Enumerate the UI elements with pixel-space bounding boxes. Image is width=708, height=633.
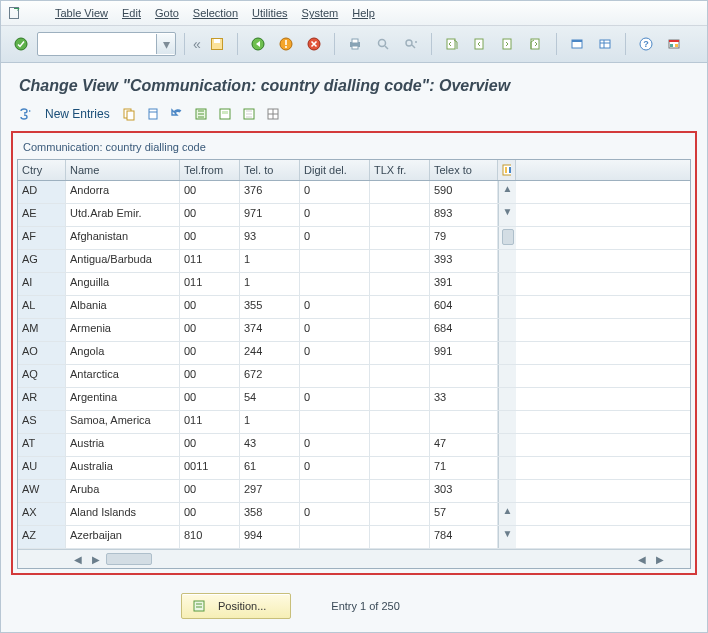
cell-digit-del[interactable]: 0 — [300, 204, 370, 226]
table-row[interactable]: AXAland Islands00358057▲ — [18, 503, 690, 526]
table-row[interactable]: AQAntarctica00672 — [18, 365, 690, 388]
cell-tlx-fr[interactable] — [370, 411, 430, 433]
cell-ctry[interactable]: AD — [18, 181, 66, 203]
position-button[interactable]: Position... — [181, 593, 291, 619]
vscroll-up-icon[interactable]: ▲ — [503, 181, 513, 196]
hscroll-left2-icon[interactable]: ◀ — [634, 554, 650, 565]
cell-telex-to[interactable]: 893 — [430, 204, 498, 226]
cell-ctry[interactable]: AM — [18, 319, 66, 341]
cell-name[interactable]: Azerbaijan — [66, 526, 180, 548]
cell-digit-del[interactable]: 0 — [300, 457, 370, 479]
menu-help[interactable]: Help — [352, 7, 375, 19]
cell-tlx-fr[interactable] — [370, 296, 430, 318]
col-tel-from[interactable]: Tel.from — [180, 160, 240, 180]
table-settings-icon[interactable] — [264, 105, 282, 123]
cell-name[interactable]: Argentina — [66, 388, 180, 410]
find-next-icon[interactable] — [399, 32, 423, 56]
cell-digit-del[interactable] — [300, 250, 370, 272]
cell-tel-from[interactable]: 00 — [180, 204, 240, 226]
cell-telex-to[interactable]: 57 — [430, 503, 498, 525]
table-row[interactable]: ARArgentina0054033 — [18, 388, 690, 411]
cell-tlx-fr[interactable] — [370, 480, 430, 502]
cell-tlx-fr[interactable] — [370, 227, 430, 249]
cell-tlx-fr[interactable] — [370, 342, 430, 364]
table-row[interactable]: ADAndorra003760590▲ — [18, 181, 690, 204]
table-row[interactable]: AMArmenia003740684 — [18, 319, 690, 342]
command-dropdown-icon[interactable]: ▾ — [156, 34, 175, 54]
cell-ctry[interactable]: AG — [18, 250, 66, 272]
cell-tel-from[interactable]: 00 — [180, 365, 240, 387]
cell-tel-to[interactable]: 297 — [240, 480, 300, 502]
col-tel-to[interactable]: Tel. to — [240, 160, 300, 180]
cell-ctry[interactable]: AT — [18, 434, 66, 456]
cell-ctry[interactable]: AZ — [18, 526, 66, 548]
col-digit-del[interactable]: Digit del. — [300, 160, 370, 180]
copy-icon[interactable] — [120, 105, 138, 123]
col-tlx-fr[interactable]: TLX fr. — [370, 160, 430, 180]
cell-ctry[interactable]: AX — [18, 503, 66, 525]
cell-name[interactable]: Aruba — [66, 480, 180, 502]
cell-tlx-fr[interactable] — [370, 181, 430, 203]
help-icon[interactable]: ? — [634, 32, 658, 56]
layout-icon[interactable] — [593, 32, 617, 56]
back-icon[interactable] — [246, 32, 270, 56]
cell-tlx-fr[interactable] — [370, 319, 430, 341]
cell-tlx-fr[interactable] — [370, 273, 430, 295]
cell-digit-del[interactable] — [300, 411, 370, 433]
cell-tlx-fr[interactable] — [370, 204, 430, 226]
cell-tel-from[interactable]: 00 — [180, 181, 240, 203]
menu-utilities[interactable]: Utilities — [252, 7, 287, 19]
cell-tlx-fr[interactable] — [370, 388, 430, 410]
cell-telex-to[interactable]: 79 — [430, 227, 498, 249]
cell-digit-del[interactable] — [300, 480, 370, 502]
cell-digit-del[interactable]: 0 — [300, 181, 370, 203]
last-page-icon[interactable] — [524, 32, 548, 56]
cell-digit-del[interactable]: 0 — [300, 319, 370, 341]
cell-tel-to[interactable]: 971 — [240, 204, 300, 226]
menu-table-view[interactable]: Table View — [55, 7, 108, 19]
cell-ctry[interactable]: AR — [18, 388, 66, 410]
cell-tel-from[interactable]: 00 — [180, 480, 240, 502]
cell-name[interactable]: Andorra — [66, 181, 180, 203]
cell-tel-to[interactable]: 54 — [240, 388, 300, 410]
hscroll-thumb[interactable] — [106, 553, 152, 565]
vscroll-up-step-icon[interactable]: ▲ — [503, 503, 513, 518]
cell-tel-to[interactable]: 43 — [240, 434, 300, 456]
cell-digit-del[interactable]: 0 — [300, 227, 370, 249]
menu-edit[interactable]: Edit — [122, 7, 141, 19]
cell-tel-to[interactable]: 1 — [240, 250, 300, 272]
cell-tel-to[interactable]: 358 — [240, 503, 300, 525]
cell-name[interactable]: Aland Islands — [66, 503, 180, 525]
cell-telex-to[interactable]: 991 — [430, 342, 498, 364]
cell-digit-del[interactable]: 0 — [300, 434, 370, 456]
cell-digit-del[interactable] — [300, 526, 370, 548]
exit-icon[interactable] — [274, 32, 298, 56]
select-block-icon[interactable] — [216, 105, 234, 123]
cell-ctry[interactable]: AE — [18, 204, 66, 226]
cell-tel-to[interactable]: 61 — [240, 457, 300, 479]
cell-digit-del[interactable] — [300, 365, 370, 387]
cell-ctry[interactable]: AU — [18, 457, 66, 479]
hscroll-right2-icon[interactable]: ▶ — [652, 554, 668, 565]
table-row[interactable]: AFAfghanistan0093079 — [18, 227, 690, 250]
cell-tel-to[interactable]: 672 — [240, 365, 300, 387]
cell-digit-del[interactable] — [300, 273, 370, 295]
save-icon[interactable] — [205, 32, 229, 56]
cell-ctry[interactable]: AQ — [18, 365, 66, 387]
cell-name[interactable]: Utd.Arab Emir. — [66, 204, 180, 226]
cell-ctry[interactable]: AO — [18, 342, 66, 364]
col-telex-to[interactable]: Telex to — [430, 160, 498, 180]
table-row[interactable]: AGAntigua/Barbuda0111393 — [18, 250, 690, 273]
cell-ctry[interactable]: AS — [18, 411, 66, 433]
cancel-icon[interactable] — [302, 32, 326, 56]
cell-telex-to[interactable]: 684 — [430, 319, 498, 341]
document-icon[interactable] — [7, 5, 23, 21]
cell-name[interactable]: Albania — [66, 296, 180, 318]
col-name[interactable]: Name — [66, 160, 180, 180]
cell-telex-to[interactable]: 71 — [430, 457, 498, 479]
command-input[interactable] — [38, 34, 156, 54]
cell-tel-to[interactable]: 994 — [240, 526, 300, 548]
cell-ctry[interactable]: AI — [18, 273, 66, 295]
cell-tel-to[interactable]: 376 — [240, 181, 300, 203]
change-icon[interactable] — [17, 105, 35, 123]
